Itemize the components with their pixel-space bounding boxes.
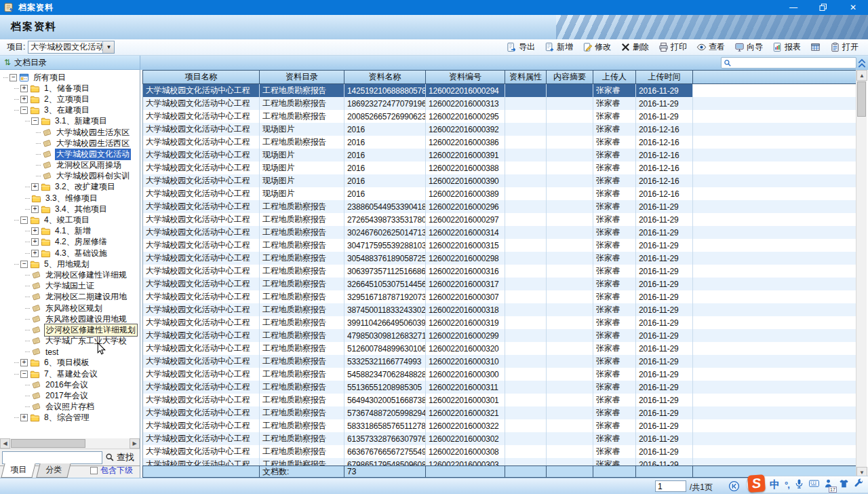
tree-item[interactable]: −3.1、新建项目 — [0, 116, 140, 127]
project-select[interactable]: 大学城校园文化活动 ▼ — [28, 41, 115, 54]
expand-node-icon[interactable]: + — [31, 250, 39, 257]
tree-item[interactable]: 沙河校区修建性详细规划 — [0, 324, 140, 335]
tree-item-label[interactable]: 2016年会议 — [44, 379, 90, 391]
table-row[interactable]: 大学城校园文化活动中心工程工程地质勘察报告3874500118332433021… — [143, 303, 856, 316]
collapse-chevron-icon[interactable] — [857, 58, 867, 68]
tree-item[interactable]: +4.3、基础设施 — [0, 248, 140, 259]
tree-item-label[interactable]: 龙洞校区修建性详细规 — [44, 269, 128, 281]
tree-item-label[interactable]: 3、在建项目 — [43, 104, 91, 116]
tree-item-label[interactable]: 大学城校园文化活动 — [55, 149, 131, 160]
column-header-name[interactable]: 资料名称 — [344, 71, 426, 83]
tree-item-label[interactable]: 大学城校园科创实训 — [55, 170, 131, 182]
tab-project[interactable]: 项目 — [1, 463, 35, 478]
tree-item-label[interactable]: test — [44, 347, 60, 357]
table-row[interactable]: 大学城校园文化活动中心工程现场图片20161260022016000389张家睿… — [143, 187, 856, 200]
column-header-summary[interactable]: 内容摘要 — [547, 71, 593, 83]
table-row[interactable]: 大学城校园文化活动中心工程工程地质勘察报告5736748872059982941… — [143, 406, 856, 419]
tree-item-label[interactable]: 4.3、基础设施 — [54, 248, 108, 259]
toolbar-button-edit[interactable]: 修改 — [578, 39, 615, 55]
table-row[interactable]: 大学城校园文化活动中心工程工程地质勘察报告6636767665672755491… — [143, 445, 856, 458]
tree-item[interactable]: 2016年会议 — [0, 379, 140, 390]
toolbar-button-print[interactable]: 打印 — [654, 39, 691, 55]
table-row[interactable]: 大学城校园文化活动中心工程工程地质勘察报告5833186585765112781… — [143, 419, 856, 432]
table-row[interactable]: 大学城校园文化活动中心工程工程地质勘察报告3266451053075144561… — [143, 278, 856, 290]
tree-item[interactable]: 大学城广东工业大学校 — [0, 336, 140, 347]
tree-item-label[interactable]: 龙洞校区二期建设用地 — [44, 291, 128, 303]
table-row[interactable]: 大学城校园文化活动中心工程工程地质勘察报告5513655120898530512… — [143, 381, 856, 394]
table-row[interactable]: 大学城校园文化活动中心工程工程地质勘察报告3024676026250147131… — [143, 226, 856, 239]
tree-item[interactable]: −所有项目 — [0, 72, 140, 83]
table-row[interactable]: 大学城校园文化活动中心工程现场图片20161260022016000390张家睿… — [143, 174, 856, 187]
scroll-right-icon[interactable]: ▶ — [130, 438, 140, 449]
expand-node-icon[interactable]: + — [31, 238, 39, 246]
tab-category[interactable]: 分类 — [36, 463, 71, 478]
expand-node-icon[interactable]: + — [31, 183, 39, 191]
ime-punctuation-toggle[interactable]: °, — [785, 480, 789, 490]
skin-icon[interactable] — [839, 478, 849, 491]
table-row[interactable]: 大学城校园文化活动中心工程工程地质勘察报告3991104266495060391… — [143, 316, 856, 329]
table-row[interactable]: 大学城校园文化活动中心工程工程地质勘察报告5126007848996301061… — [143, 342, 856, 355]
toolbar-button-export[interactable]: 导出 — [502, 39, 539, 55]
include-sub-checkbox[interactable] — [90, 467, 98, 474]
tree-item[interactable]: +4.1、新增 — [0, 226, 140, 237]
toolbar-button-report[interactable]: 报表 — [768, 39, 805, 55]
tree-item[interactable]: 3.3、维修项目 — [0, 193, 140, 204]
tree-item-label[interactable]: 大学城校园生活西区 — [55, 138, 131, 149]
toolbar-button-open[interactable]: 打开 — [826, 39, 863, 55]
user-profile-icon[interactable]: 17 — [824, 478, 834, 491]
toolbar-button-add[interactable]: 新增 — [540, 39, 577, 55]
tree-item[interactable]: +8、综合管理 — [0, 413, 140, 423]
tree-item[interactable]: 东风路校园建设用地规 — [0, 314, 140, 324]
find-button[interactable]: 查找 — [105, 451, 134, 463]
column-header-project[interactable]: 项目名称 — [143, 71, 260, 83]
table-row[interactable]: 大学城校园文化活动中心工程现场图片20161260022016000391张家睿… — [143, 149, 856, 162]
tree-item[interactable]: 龙洞校区二期建设用地 — [0, 292, 140, 303]
tree-item-label[interactable]: 3.3、维修项目 — [44, 193, 99, 204]
table-row[interactable]: 大学城校园文化活动中心工程工程地质勘察报告5332532116677499312… — [143, 355, 856, 368]
table-row[interactable]: 大学城校园文化活动中心工程工程地质勘察报告2726543987335317801… — [143, 213, 856, 226]
tree-item[interactable]: +2、立项项目 — [0, 94, 140, 104]
tree-horizontal-scrollbar[interactable]: ◀ ▶ — [0, 438, 140, 449]
table-row[interactable]: 大学城校园文化活动中心工程工程地质勘察报告6135733287663079761… — [143, 432, 856, 445]
table-row[interactable]: 大学城校园文化活动中心工程工程地质勘察报告2388605449533904181… — [143, 200, 856, 213]
restore-button[interactable] — [808, 0, 838, 15]
tree-item-label[interactable]: 5、用地规划 — [43, 259, 91, 270]
table-row[interactable]: 大学城校园文化活动中心工程工程地质勘察报告6798651795485096081… — [143, 458, 856, 466]
scrollbar-thumb[interactable] — [11, 439, 85, 448]
table-row[interactable]: 大学城校园文化活动中心工程现场图片20161260022016000392张家睿… — [143, 123, 856, 136]
table-row[interactable]: 大学城校园文化活动中心工程工程地质勘察报告5458823470628488281… — [143, 368, 856, 381]
ime-logo-icon[interactable]: S — [747, 474, 766, 493]
ime-language-toggle[interactable]: 中 — [770, 478, 780, 491]
tree-item-label[interactable]: 8、综合管理 — [43, 412, 91, 423]
collapse-node-icon[interactable]: − — [20, 261, 28, 268]
table-vertical-scrollbar[interactable]: ▲ ▼ — [856, 70, 867, 478]
toolbar-button-grid[interactable] — [806, 40, 825, 54]
tree-item-label[interactable]: 大学城国土证 — [44, 280, 96, 292]
table-row[interactable]: 大学城校园文化活动中心工程工程地质勘察报告1869232724770791961… — [143, 97, 856, 110]
tree-item[interactable]: +3.4、其他项目 — [0, 204, 140, 214]
tree-item-label[interactable]: 6、项目模板 — [43, 357, 91, 368]
tree-item-label[interactable]: 7、基建处会议 — [43, 368, 99, 380]
tree-item[interactable]: 龙洞校区修建性详细规 — [0, 269, 140, 280]
tree-item[interactable]: 龙洞校区风雨操场 — [0, 160, 140, 171]
collapse-node-icon[interactable]: − — [31, 117, 39, 125]
tree-item-label[interactable]: 4.1、新增 — [54, 225, 92, 237]
expand-node-icon[interactable]: + — [20, 414, 28, 421]
tree-item[interactable]: −5、用地规划 — [0, 259, 140, 269]
tree-item-label[interactable]: 3.2、改扩建项目 — [54, 181, 117, 193]
keyboard-icon[interactable] — [809, 478, 819, 491]
page-number-input[interactable] — [655, 480, 686, 492]
toolbar-button-delete[interactable]: 删除 — [616, 39, 653, 55]
tree-item-label[interactable]: 4.2、房屋修缮 — [54, 236, 108, 248]
tree-item[interactable]: −7、基建处会议 — [0, 368, 140, 379]
tree-item-label[interactable]: 沙河校区修建性详细规划 — [44, 324, 138, 337]
tree-item-label[interactable]: 3.1、新建项目 — [54, 115, 108, 127]
tree-search-input[interactable] — [2, 451, 102, 464]
expand-node-icon[interactable]: + — [20, 359, 28, 366]
table-row[interactable]: 大学城校园文化活动中心工程工程地质勘察报告3054883761890587251… — [143, 252, 856, 265]
column-header-uploader[interactable]: 上传人 — [593, 71, 636, 83]
tree-item[interactable]: 大学城国土证 — [0, 281, 140, 292]
close-button[interactable]: ✕ — [838, 0, 868, 15]
column-header-directory[interactable]: 资料目录 — [260, 71, 344, 83]
tree-item[interactable]: 大学城校园文化活动 — [0, 149, 140, 159]
